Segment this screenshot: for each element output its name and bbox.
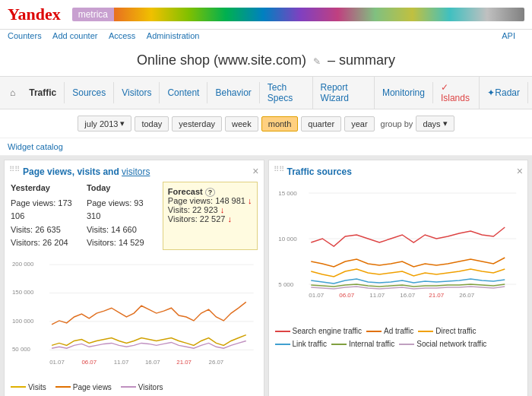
svg-text:11.07: 11.07 xyxy=(369,292,385,299)
tab-monitoring[interactable]: Monitoring xyxy=(375,82,433,103)
yesterday-visitors: Visitors: 26 204 xyxy=(11,236,81,250)
metrica-label: metrica xyxy=(72,8,114,21)
svg-text:16.07: 16.07 xyxy=(145,359,160,366)
yesterday-visits: Visits: 26 635 xyxy=(11,223,81,237)
legend-direct: Direct traffic xyxy=(418,327,476,335)
legend-internal: Internal traffic xyxy=(331,340,394,348)
close-icon[interactable]: × xyxy=(252,165,258,177)
date-controls: july 2013 ▾ today yesterday week month q… xyxy=(0,109,532,138)
date-month-button[interactable]: month xyxy=(261,116,299,131)
legend-link: Link traffic xyxy=(275,340,327,348)
svg-text:200 000: 200 000 xyxy=(12,261,34,268)
rainbow-bar xyxy=(114,8,524,21)
legend-dot-visitors xyxy=(121,386,136,388)
tab-tech-specs[interactable]: Tech Specs xyxy=(260,77,313,109)
tab-behavior[interactable]: Behavior xyxy=(207,82,259,103)
group-unit-button[interactable]: days ▾ xyxy=(416,116,454,131)
legend-dot-internal xyxy=(331,344,347,345)
date-today-button[interactable]: today xyxy=(135,116,169,131)
legend-ad: Ad traffic xyxy=(366,327,413,335)
svg-text:15 000: 15 000 xyxy=(278,190,297,197)
svg-text:01.07: 01.07 xyxy=(309,292,325,299)
svg-text:5 000: 5 000 xyxy=(278,281,294,288)
drag-handle2[interactable]: ⠿⠿ xyxy=(274,165,284,173)
nav-add-counter[interactable]: Add counter xyxy=(52,31,97,40)
legend-dot-pageviews xyxy=(55,386,71,388)
traffic-sources-title: Traffic sources xyxy=(287,166,522,177)
legend-dot-social xyxy=(399,344,414,345)
tab-visitors[interactable]: Visitors xyxy=(114,82,160,103)
legend-social: Social network traffic xyxy=(399,340,486,348)
nav-access[interactable]: Access xyxy=(109,31,135,40)
main-content: ⠿⠿ Page views, visits and visitors × Yes… xyxy=(0,156,532,396)
forecast-stats: Forecast ? Page views: 148 981 ↓ Visits:… xyxy=(163,182,258,250)
date-week-button[interactable]: week xyxy=(225,116,258,131)
traffic-sources-link[interactable]: Traffic sources xyxy=(287,166,352,177)
svg-text:150 000: 150 000 xyxy=(12,289,34,296)
stats-row: Yesterday Page views: 173 106 Visits: 26… xyxy=(11,182,258,250)
forecast-pageviews: Page views: 148 981 ↓ xyxy=(168,196,252,205)
page-title: Online shop (www.site.com) ✎ – summary xyxy=(0,45,532,76)
tab-content[interactable]: Content xyxy=(160,82,207,103)
widget-catalog-bar[interactable]: Widget catalog xyxy=(0,138,532,156)
svg-text:21.07: 21.07 xyxy=(429,292,445,299)
drag-handle[interactable]: ⠿⠿ xyxy=(9,165,20,173)
date-period-button[interactable]: july 2013 ▾ xyxy=(78,116,131,131)
yesterday-label: Yesterday xyxy=(11,182,81,195)
chevron-down-icon2: ▾ xyxy=(443,119,448,128)
group-by-label: group by xyxy=(381,119,413,128)
svg-text:50 000: 50 000 xyxy=(12,346,31,353)
svg-text:06.07: 06.07 xyxy=(339,292,355,299)
legend-visitors: Visitors xyxy=(121,383,163,391)
traffic-sources-widget: ⠿⠿ Traffic sources × 15 000 10 000 5 000 xyxy=(268,160,529,396)
tab-sources[interactable]: Sources xyxy=(65,82,114,103)
page-views-chart: 200 000 150 000 100 000 50 000 01.07 06.… xyxy=(11,256,258,378)
svg-text:01.07: 01.07 xyxy=(49,359,65,366)
date-quarter-button[interactable]: quarter xyxy=(301,116,341,131)
forecast-label: Forecast ? xyxy=(168,187,252,196)
date-year-button[interactable]: year xyxy=(344,116,374,131)
legend-search: Search engine traffic xyxy=(275,327,363,335)
legend-dot-direct xyxy=(418,331,433,332)
widget-title: Page views, visits and visitors xyxy=(23,166,258,177)
svg-text:06.07: 06.07 xyxy=(81,359,97,366)
svg-text:26.07: 26.07 xyxy=(459,292,475,299)
svg-text:21.07: 21.07 xyxy=(176,359,192,366)
page-views-legend: Visits Page views Visitors xyxy=(11,383,258,391)
nav-counters[interactable]: Counters xyxy=(8,31,42,40)
tab-islands[interactable]: ✓ Islands xyxy=(433,77,480,109)
yesterday-pageviews: Page views: 173 106 xyxy=(11,197,81,223)
tab-home[interactable]: ⌂ xyxy=(4,83,21,103)
today-label: Today xyxy=(87,182,157,195)
traffic-sources-chart: 15 000 10 000 5 000 xyxy=(275,182,522,322)
metrica-bar: metrica xyxy=(72,8,524,21)
legend-pageviews: Page views xyxy=(55,383,112,391)
close-icon2[interactable]: × xyxy=(517,165,523,177)
tab-radar[interactable]: ✦Radar xyxy=(480,82,528,103)
legend-dot-ad xyxy=(366,331,382,332)
tab-traffic[interactable]: Traffic xyxy=(21,82,65,103)
page-views-title-link[interactable]: Page views, visits and visitors xyxy=(23,166,150,177)
chevron-down-icon: ▾ xyxy=(120,119,125,128)
tab-bar: ⌂ Traffic Sources Visitors Content Behav… xyxy=(0,76,532,109)
today-visits: Visits: 14 660 xyxy=(87,223,157,237)
forecast-visits: Visits: 22 923 ↓ xyxy=(168,205,252,214)
page-views-widget: ⠿⠿ Page views, visits and visitors × Yes… xyxy=(4,160,264,396)
forecast-visitors: Visitors: 22 527 ↓ xyxy=(168,214,252,223)
svg-text:11.07: 11.07 xyxy=(114,359,129,366)
legend-visits: Visits xyxy=(11,383,46,391)
today-pageviews: Page views: 93 310 xyxy=(87,197,157,223)
logo: Yandex xyxy=(8,5,61,24)
date-yesterday-button[interactable]: yesterday xyxy=(172,116,222,131)
svg-text:100 000: 100 000 xyxy=(12,318,34,325)
tab-report-wizard[interactable]: Report Wizard xyxy=(313,77,375,109)
nav-administration[interactable]: Administration xyxy=(147,31,200,40)
legend-dot-visits xyxy=(11,386,26,388)
svg-text:26.07: 26.07 xyxy=(209,359,224,366)
traffic-sources-legend: Search engine traffic Ad traffic Direct … xyxy=(275,327,522,348)
nav-api[interactable]: API xyxy=(502,31,515,40)
edit-icon[interactable]: ✎ xyxy=(313,56,321,67)
today-visitors: Visitors: 14 529 xyxy=(87,236,157,250)
yesterday-stats: Yesterday Page views: 173 106 Visits: 26… xyxy=(11,182,81,250)
nav-links: Counters Add counter Access Administrati… xyxy=(0,30,532,45)
